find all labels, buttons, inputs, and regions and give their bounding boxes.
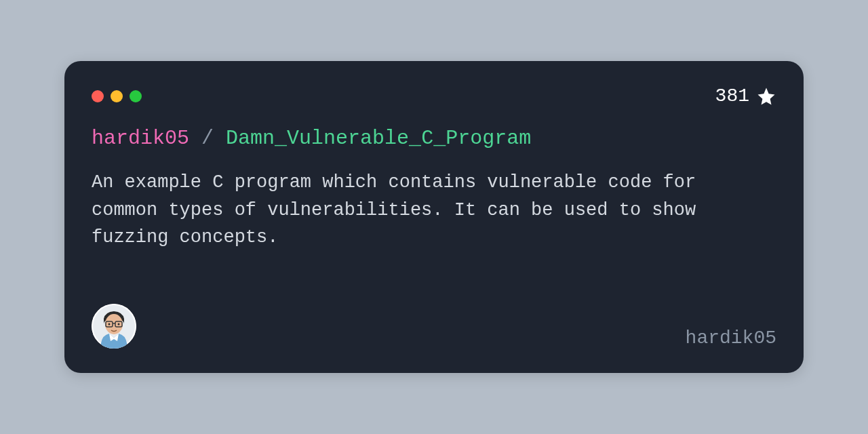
bottom-section: hardik05 [92, 304, 776, 349]
svg-point-6 [108, 323, 111, 326]
stars-count: 381 [715, 85, 749, 106]
repo-name[interactable]: Damn_Vulnerable_C_Program [226, 127, 531, 150]
star-icon [756, 86, 776, 106]
avatar[interactable] [92, 304, 136, 349]
top-bar: 381 [92, 85, 776, 106]
window-close-dot[interactable] [92, 90, 104, 102]
stars-container: 381 [715, 85, 776, 106]
repo-separator: / [201, 127, 214, 150]
window-maximize-dot[interactable] [130, 90, 142, 102]
window-controls [92, 90, 142, 102]
repo-owner[interactable]: hardik05 [92, 127, 189, 150]
repo-description: An example C program which contains vuln… [92, 169, 702, 252]
avatar-image [92, 304, 136, 349]
repo-title: hardik05 / Damn_Vulnerable_C_Program [92, 127, 776, 150]
username[interactable]: hardik05 [686, 328, 776, 349]
repo-card: 381 hardik05 / Damn_Vulnerable_C_Program… [64, 61, 804, 373]
window-minimize-dot[interactable] [111, 90, 123, 102]
svg-point-7 [118, 323, 120, 326]
